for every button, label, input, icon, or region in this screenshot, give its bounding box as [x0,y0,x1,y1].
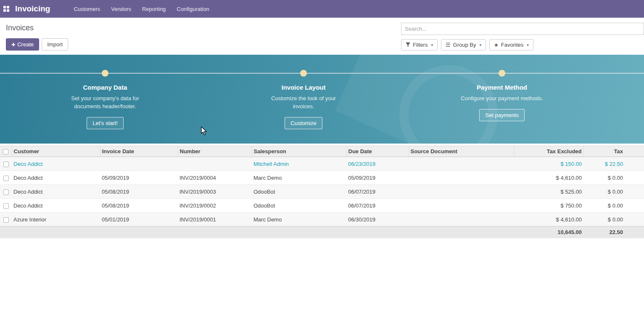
cell-due-date: 05/09/2019 [346,171,409,185]
cell-salesperson: Marc Demo [252,171,346,185]
customize-button[interactable]: Customize [285,117,322,129]
onboarding-banner: Company Data Set your company's data for… [0,55,644,144]
menu-vendors[interactable]: Vendors [111,6,131,12]
cell-tax-excluded: $ 4,610.00 [514,171,583,185]
cell-invoice-date: 05/08/2019 [100,199,178,213]
column-tax-excluded[interactable]: Tax Excluded [514,146,583,157]
step-dot-icon [300,70,307,77]
column-due-date[interactable]: Due Date [346,146,409,157]
cell-due-date: 06/07/2019 [346,185,409,199]
apps-grid-icon[interactable] [3,6,9,12]
step-dot-icon [499,70,505,77]
step-title: Invoice Layout [204,84,403,91]
navbar-menu: Customers Vendors Reporting Configuratio… [74,6,209,12]
column-number[interactable]: Number [178,146,252,157]
page-title: Invoices [6,24,68,32]
cell-salesperson: Marc Demo [252,213,346,226]
cell-customer: Deco Addict [12,171,100,185]
cell-invoice-date [100,157,178,171]
cell-number: INV/2019/0002 [178,199,252,213]
cell-tax: $ 22.50 [583,157,644,171]
favorites-button[interactable]: ★ Favorites ▾ [489,39,533,51]
lets-start-button[interactable]: Let's start! [87,117,124,129]
totals-row: 10,645.00 22.50 [0,226,644,238]
cell-salesperson: OdooBot [252,199,346,213]
cell-tax-excluded: $ 525.00 [514,185,583,199]
cell-source-document [409,199,514,213]
column-salesperson[interactable]: Salesperson [252,146,346,157]
favorites-label: Favorites [501,42,523,48]
create-button-label: Create [17,41,34,48]
step-title: Company Data [6,84,204,91]
cell-number [178,157,252,171]
step-description: Customize the look of your invoices. [204,95,403,111]
filters-button[interactable]: Filters ▾ [401,39,438,51]
step-dot-icon [102,70,108,77]
table-row[interactable]: Azure Interior 05/01/2019 INV/2019/0001 … [0,213,644,226]
invoice-list: Customer Invoice Date Number Salesperson… [0,146,644,238]
chevron-down-icon: ▾ [527,43,529,47]
cell-source-document [409,171,514,185]
menu-customers[interactable]: Customers [74,6,100,12]
row-checkbox[interactable] [3,176,9,181]
select-all-checkbox[interactable] [3,149,8,155]
total-tax: 22.50 [583,226,644,238]
column-customer[interactable]: Customer [12,146,100,157]
table-header-row: Customer Invoice Date Number Salesperson… [0,146,644,157]
app-name[interactable]: Invoicing [15,4,50,13]
row-checkbox[interactable] [3,217,9,223]
table-row[interactable]: Deco Addict Mitchell Admin 06/23/2019 $ … [0,157,644,171]
cell-source-document [409,185,514,199]
list-icon: ☰ [446,42,451,48]
cell-number: INV/2019/0003 [178,185,252,199]
cell-customer: Deco Addict [12,157,100,171]
top-navbar: Invoicing Customers Vendors Reporting Co… [0,0,644,18]
plus-icon: ✚ [11,42,15,47]
onboarding-step-invoice-layout: Invoice Layout Customize the look of you… [204,55,403,144]
search-options: Filters ▾ ☰ Group By ▾ ★ Favorites ▾ [401,39,644,51]
group-by-label: Group By [453,42,476,48]
chevron-down-icon: ▾ [480,43,482,47]
cell-invoice-date: 05/08/2019 [100,185,178,199]
column-invoice-date[interactable]: Invoice Date [100,146,178,157]
star-icon: ★ [494,43,499,48]
cell-tax: $ 0.00 [583,199,644,213]
import-button[interactable]: Import [42,38,68,51]
search-input[interactable] [401,23,644,35]
cell-due-date: 06/23/2019 [346,157,409,171]
cell-source-document [409,213,514,226]
funnel-icon [406,43,410,47]
create-button[interactable]: ✚Create [6,38,39,51]
table-row[interactable]: Deco Addict 05/08/2019 INV/2019/0002 Odo… [0,199,644,213]
group-by-button[interactable]: ☰ Group By ▾ [441,39,486,51]
onboarding-step-payment-method: Payment Method Configure your payment me… [403,55,601,144]
cell-tax: $ 0.00 [583,213,644,226]
menu-reporting[interactable]: Reporting [142,6,166,12]
cell-tax-excluded: $ 150.00 [514,157,583,171]
cell-tax-excluded: $ 4,610.00 [514,213,583,226]
step-description: Set your company's data for documents he… [6,95,204,111]
row-checkbox[interactable] [3,162,9,167]
cell-number: INV/2019/0004 [178,171,252,185]
menu-configuration[interactable]: Configuration [177,6,209,12]
row-checkbox[interactable] [3,189,9,195]
cell-customer: Deco Addict [12,185,100,199]
cell-tax-excluded: $ 750.00 [514,199,583,213]
set-payments-button[interactable]: Set payments [479,109,525,121]
filters-label: Filters [413,42,428,48]
chevron-down-icon: ▾ [431,43,433,47]
row-checkbox[interactable] [3,203,9,209]
cell-salesperson: OdooBot [252,185,346,199]
step-title: Payment Method [403,84,601,91]
cell-due-date: 06/30/2019 [346,213,409,226]
total-tax-excluded: 10,645.00 [514,226,583,238]
column-tax[interactable]: Tax [583,146,644,157]
table-row[interactable]: Deco Addict 05/09/2019 INV/2019/0004 Mar… [0,171,644,185]
table-row[interactable]: Deco Addict 05/08/2019 INV/2019/0003 Odo… [0,185,644,199]
onboarding-step-company-data: Company Data Set your company's data for… [6,55,204,144]
column-source-document[interactable]: Source Document [409,146,514,157]
cell-tax: $ 0.00 [583,171,644,185]
cell-customer: Azure Interior [12,213,100,226]
cell-salesperson: Mitchell Admin [252,157,346,171]
cell-invoice-date: 05/09/2019 [100,171,178,185]
